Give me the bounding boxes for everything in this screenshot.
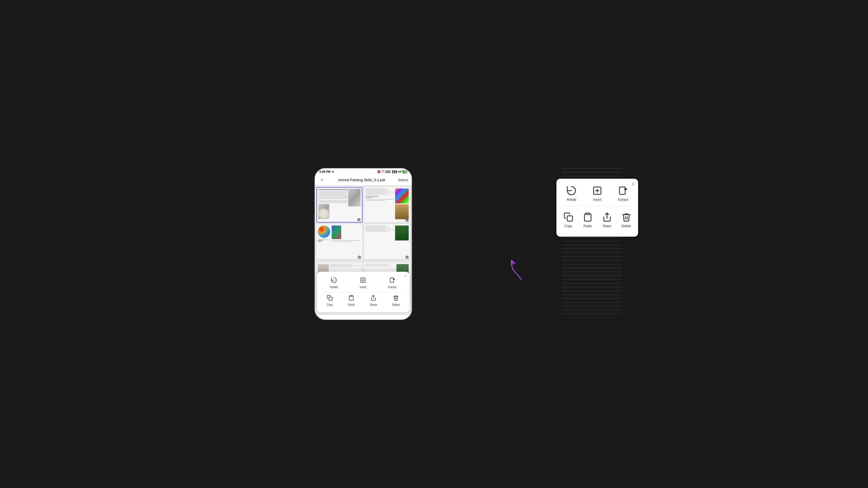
- large-menu-row-2: Copy Paste: [559, 209, 636, 230]
- small-delete-icon: [393, 295, 399, 302]
- page-1-thumbnail[interactable]: 1: [316, 187, 363, 223]
- small-copy-label: Copy: [327, 303, 333, 306]
- small-rotate-button[interactable]: Rotate: [327, 275, 341, 290]
- large-delete-icon: [621, 212, 632, 223]
- small-copy-button[interactable]: Copy: [324, 293, 336, 308]
- outer-wrapper: 3:28 PM 🔇 ⏰ VPN ▐▐▐ wifi 🔋 × Animal Pa: [314, 165, 554, 323]
- svg-rect-3: [390, 278, 394, 283]
- large-extract-button[interactable]: Extract: [614, 183, 632, 204]
- page-3-badge: 3: [358, 256, 361, 259]
- arrow-decoration: [505, 258, 527, 282]
- svg-rect-13: [567, 216, 572, 221]
- small-extract-button[interactable]: Extract: [385, 275, 399, 290]
- svg-rect-5: [329, 297, 332, 300]
- large-extract-label: Extract: [618, 198, 628, 201]
- large-rotate-label: Rotate: [567, 198, 576, 201]
- battery-icon: 🔋: [402, 170, 407, 173]
- small-delete-label: Delete: [392, 303, 400, 306]
- large-rotate-button[interactable]: Rotate: [563, 183, 580, 204]
- small-share-label: Share: [370, 303, 377, 306]
- large-paste-button[interactable]: Paste: [579, 209, 596, 230]
- small-rotate-icon: [331, 277, 337, 285]
- large-paste-icon: [582, 212, 593, 223]
- large-paste-label: Paste: [583, 224, 592, 228]
- status-bar: 3:28 PM 🔇 ⏰ VPN ▐▐▐ wifi 🔋: [315, 168, 412, 174]
- small-rotate-label: Rotate: [330, 286, 338, 289]
- close-button[interactable]: ×: [319, 176, 325, 183]
- large-menu-row-1: Rotate Insert: [559, 183, 636, 204]
- status-dot-icon: [332, 171, 334, 172]
- large-share-button[interactable]: Share: [598, 209, 616, 230]
- document-title: Animal Painting Skills_5-1.pdf: [325, 178, 398, 182]
- small-paste-icon: [348, 295, 354, 302]
- large-copy-icon: [563, 212, 574, 223]
- status-icons: 🔇 ⏰ VPN ▐▐▐ wifi 🔋: [377, 170, 407, 173]
- small-insert-button[interactable]: Insert: [357, 275, 369, 290]
- large-collapse-icon[interactable]: ∧: [631, 181, 635, 187]
- small-share-button[interactable]: Share: [367, 293, 380, 308]
- alarm-icon: ⏰: [381, 170, 384, 173]
- signal-icon: ▐▐▐: [392, 170, 397, 173]
- large-share-icon: [601, 212, 613, 223]
- page-2-badge: 2: [405, 219, 409, 222]
- header-bar: × Animal Painting Skills_5-1.pdf Select: [315, 174, 412, 186]
- page-3-thumbnail[interactable]: Different Styles 3: [316, 224, 363, 260]
- small-delete-button[interactable]: Delete: [390, 293, 403, 308]
- large-extract-icon: [618, 185, 628, 196]
- small-menu-row-1: Rotate Insert: [319, 275, 407, 290]
- small-share-icon: [370, 295, 376, 302]
- page-4-thumbnail[interactable]: 4: [364, 224, 410, 260]
- sound-icon: 🔇: [377, 170, 380, 173]
- large-insert-label: Insert: [593, 198, 601, 201]
- small-paste-button[interactable]: Paste: [345, 293, 358, 308]
- large-delete-button[interactable]: Delete: [618, 209, 635, 230]
- wifi-icon: wifi: [398, 170, 402, 173]
- select-button[interactable]: Select: [398, 178, 408, 182]
- status-time: 3:28 PM: [319, 170, 334, 173]
- large-copy-button[interactable]: Copy: [560, 209, 577, 230]
- phone-frame: 3:28 PM 🔇 ⏰ VPN ▐▐▐ wifi 🔋 × Animal Pa: [314, 168, 412, 320]
- pdf-thumbnail-grid: 1 Animals are a: [315, 186, 412, 261]
- svg-rect-14: [586, 213, 589, 215]
- large-rotate-icon: [566, 185, 577, 196]
- context-menu-large: ∧ Rotate: [556, 179, 638, 237]
- small-paste-label: Paste: [348, 303, 355, 306]
- large-insert-button[interactable]: Insert: [589, 183, 606, 204]
- large-insert-icon: [592, 185, 603, 196]
- large-copy-label: Copy: [564, 224, 572, 228]
- small-copy-icon: [327, 295, 333, 302]
- small-extract-label: Extract: [388, 286, 397, 289]
- page-1-badge: 1: [357, 218, 361, 221]
- page-2-thumbnail[interactable]: Animals are a part of our daily life: [364, 187, 410, 223]
- content-area: 1 Animals are a: [315, 186, 412, 315]
- small-collapse-icon[interactable]: ∧: [404, 273, 407, 278]
- large-delete-label: Delete: [621, 224, 631, 228]
- context-menu-small: ∧ Rotate: [317, 272, 409, 312]
- svg-rect-11: [619, 187, 625, 195]
- small-insert-label: Insert: [360, 286, 367, 289]
- small-extract-icon: [390, 277, 395, 285]
- page-4-badge: 4: [405, 256, 409, 259]
- svg-rect-6: [350, 295, 352, 296]
- large-share-label: Share: [602, 224, 611, 228]
- menu-divider: [563, 206, 631, 206]
- small-insert-icon: [360, 277, 366, 285]
- small-menu-row-2: Copy Paste: [319, 293, 407, 308]
- vpn-badge: VPN: [385, 170, 391, 173]
